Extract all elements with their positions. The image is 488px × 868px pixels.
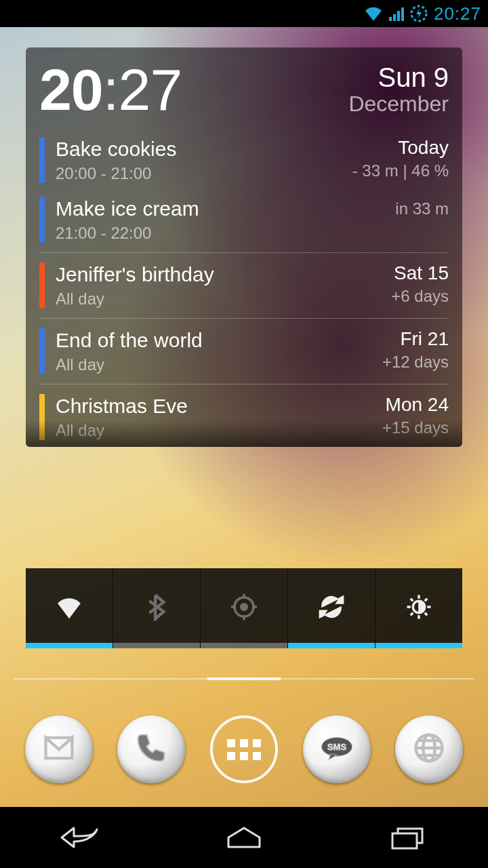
brightness-toggle[interactable] [375,568,462,648]
event-title: End of the world [56,328,382,353]
globe-icon [411,730,447,768]
status-clock: 20:27 [434,3,481,24]
gps-toggle[interactable] [201,568,288,648]
event-date: Fri 21 [382,328,449,350]
dock: SMS [0,705,488,793]
dock-phone[interactable] [117,715,185,783]
event-title: Make ice cream [56,197,395,221]
battery-charging-icon [409,4,428,23]
gps-icon [230,593,258,624]
event-row[interactable]: Christmas EveAll dayMon 24+15 days [39,387,449,447]
event-color-bar [39,262,45,309]
toggle-indicator [113,643,200,648]
time-minutes: 27 [119,57,182,122]
event-time: All day [56,290,391,309]
event-countdown: +6 days [391,287,449,306]
wifi-icon [365,6,382,21]
gmail-icon [41,730,77,768]
wifi-icon [55,593,83,624]
sync-icon [317,593,346,624]
svg-text:SMS: SMS [327,742,347,752]
recent-apps-button[interactable] [366,817,447,858]
event-color-bar [39,137,45,183]
dock-sms[interactable]: SMS [303,715,371,783]
svg-rect-8 [392,833,417,848]
event-row[interactable]: Jeniffer's birthdayAll daySat 15+6 days [39,256,449,315]
toggle-indicator [201,643,287,648]
date-day: Sun 9 [348,62,449,93]
time-colon: : [103,57,119,122]
bluetooth-icon [142,593,171,624]
event-title: Christmas Eve [56,394,382,418]
date-month: December [348,92,449,117]
time-hours: 20 [39,57,103,122]
event-countdown: +12 days [382,353,449,372]
sms-icon: SMS [319,730,354,768]
svg-point-1 [241,604,248,611]
event-countdown: - 33 m | 46 % [352,161,449,180]
wifi-toggle[interactable] [26,568,113,648]
event-title: Jeniffer's birthday [56,262,391,287]
event-list[interactable]: Bake cookies20:00 - 21:00Today- 33 m | 4… [39,130,449,447]
navigation-bar [0,807,488,868]
bluetooth-toggle[interactable] [113,568,201,648]
event-color-bar [39,394,45,440]
event-row[interactable]: Bake cookies20:00 - 21:00Today- 33 m | 4… [39,130,449,190]
event-row[interactable]: Make ice cream21:00 - 22:00in 33 m [39,190,449,250]
dock-browser[interactable] [395,715,463,783]
event-countdown: +15 days [382,418,449,437]
sync-toggle[interactable] [288,568,375,648]
event-color-bar [39,328,45,374]
toggle-indicator [288,643,375,648]
brightness-icon [405,593,433,624]
apps-icon [227,739,261,760]
event-time: All day [56,355,382,374]
event-date: Today [352,137,449,159]
event-time: All day [56,421,382,440]
event-time: 20:00 - 21:00 [56,164,352,183]
dock-gmail[interactable] [25,715,93,783]
event-row[interactable]: End of the worldAll dayFri 21+12 days [39,321,449,381]
page-indicator [14,678,474,679]
dock-apps[interactable] [210,715,278,783]
toggle-indicator [375,643,462,648]
calendar-widget[interactable]: 20:27 Sun 9 December Bake cookies20:00 -… [26,47,462,447]
toggle-indicator [26,643,113,648]
event-color-bar [39,197,45,243]
event-date: Mon 24 [382,394,449,416]
phone-icon [134,730,169,768]
power-control-widget [26,568,462,648]
widget-time: 20:27 [39,62,182,118]
back-button[interactable] [41,817,122,858]
cell-signal-icon [388,6,404,21]
event-time: 21:00 - 22:00 [56,224,395,243]
home-button[interactable] [203,817,285,858]
event-title: Bake cookies [56,137,352,161]
event-date: Sat 15 [391,262,449,284]
event-countdown: in 33 m [395,199,449,218]
widget-date: Sun 9 December [348,62,449,117]
widget-header[interactable]: 20:27 Sun 9 December [39,58,449,130]
status-bar: 20:27 [0,0,488,27]
